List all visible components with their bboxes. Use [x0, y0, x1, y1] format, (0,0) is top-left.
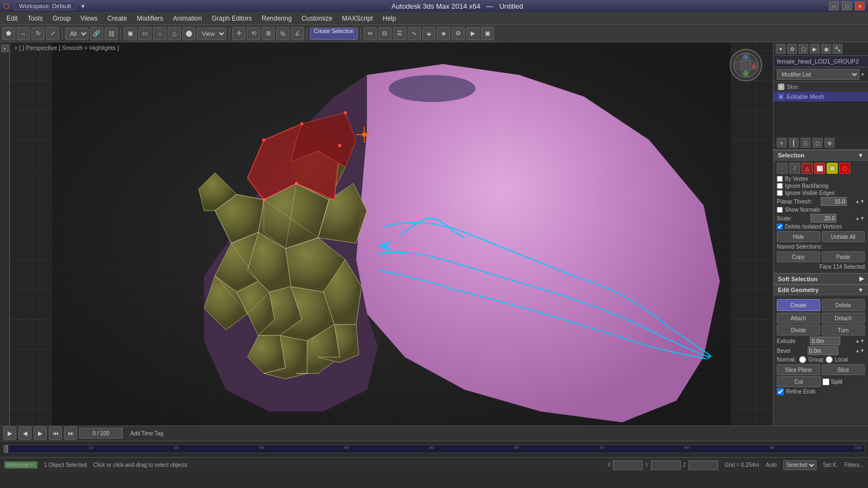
render-frame-btn[interactable]: ▣ — [481, 27, 494, 40]
menu-animation[interactable]: Animation — [169, 14, 206, 23]
mirror-btn[interactable]: ⇔ — [364, 27, 377, 40]
menu-rendering[interactable]: Rendering — [257, 14, 296, 23]
show-normals-checkbox[interactable] — [777, 207, 783, 213]
delete-button[interactable]: Delete — [822, 299, 865, 311]
unlink-btn[interactable]: ⛓ — [105, 27, 118, 40]
extrude-spinner[interactable]: ▲▼ — [855, 338, 865, 344]
menu-modifiers[interactable]: Modifiers — [132, 14, 168, 23]
material-editor-btn[interactable]: ◈ — [437, 27, 450, 40]
menu-tools[interactable]: Tools — [23, 14, 47, 23]
create-button[interactable]: Create — [777, 299, 820, 311]
circle-sel-btn[interactable]: ○ — [153, 27, 166, 40]
create-tab-icon[interactable]: ✦ — [776, 44, 785, 54]
render-region-btn[interactable]: ⬤ — [182, 27, 195, 40]
timeline-position[interactable] — [4, 445, 8, 453]
mod-icon-c[interactable]: ⌺ — [801, 138, 810, 148]
attach-button[interactable]: Attach — [777, 313, 820, 324]
timeline-track[interactable]: 0102030405060708090100 — [3, 445, 865, 453]
navigation-gizmo[interactable]: Y X Z — [730, 49, 762, 81]
minimize-button[interactable]: ─ — [829, 2, 839, 10]
close-button[interactable]: ✕ — [855, 2, 865, 10]
menu-maxscript[interactable]: MAXScript — [338, 14, 377, 23]
detach-button[interactable]: Detach — [822, 313, 865, 324]
split-checkbox[interactable] — [822, 378, 829, 385]
soft-selection-header[interactable]: Soft Selection ▶ — [774, 273, 868, 284]
mod-icon-a[interactable]: ≡ — [777, 138, 787, 148]
rotate-btn[interactable]: ↻ — [31, 27, 45, 40]
y-input[interactable] — [651, 460, 681, 470]
fence-sel-btn[interactable]: △ — [168, 27, 181, 40]
menu-help[interactable]: Help — [378, 14, 401, 23]
extrude-input[interactable] — [810, 337, 840, 345]
uniform-scale-btn[interactable]: ⊞ — [262, 27, 275, 40]
link-btn[interactable]: 🔗 — [90, 27, 103, 40]
refine-ends-checkbox[interactable] — [777, 388, 784, 395]
selection-section-header[interactable]: Selection ▼ — [774, 150, 868, 161]
planar-thresh-input[interactable] — [821, 197, 847, 206]
hide-button[interactable]: Hide — [777, 231, 820, 242]
planar-thresh-spinner[interactable]: ▲▼ — [855, 199, 865, 204]
copy-button[interactable]: Copy — [777, 251, 820, 262]
bevel-spinner[interactable]: ▲▼ — [855, 348, 865, 353]
menu-views[interactable]: Views — [76, 14, 102, 23]
edge-icon[interactable]: / — [789, 163, 800, 174]
select-tool-btn[interactable]: ⬟ — [2, 27, 15, 40]
first-frame-btn[interactable]: ⏮ — [49, 427, 62, 440]
motion-icon[interactable]: ▶ — [810, 44, 820, 54]
face-icon[interactable]: △ — [802, 163, 813, 174]
menu-edit[interactable]: Edit — [2, 14, 22, 23]
paste-button[interactable]: Paste — [822, 251, 865, 262]
modifier-skin[interactable]: S Skin — [774, 82, 868, 92]
viewport-btn[interactable]: ▣ — [124, 27, 137, 40]
polygon-icon[interactable]: ⬜ — [814, 163, 825, 174]
x-input[interactable] — [613, 460, 643, 470]
hierarchy-icon[interactable]: ⬠ — [799, 44, 808, 54]
vertex-icon[interactable]: · — [777, 163, 788, 174]
mod-icon-d[interactable]: ◻ — [813, 138, 822, 148]
create-selection-btn[interactable]: Create Selection — [310, 28, 358, 40]
divide-button[interactable]: Divide — [777, 325, 820, 335]
curve-editor-btn[interactable]: ∿ — [408, 27, 421, 40]
menu-customize[interactable]: Customize — [297, 14, 337, 23]
rect-sel-btn[interactable]: ▭ — [138, 27, 151, 40]
ignore-visible-checkbox[interactable] — [777, 190, 783, 196]
play-btn[interactable]: ▶ — [3, 427, 16, 440]
timeline-bar[interactable]: 0102030405060708090100 — [0, 441, 868, 457]
prev-frame-btn[interactable]: ◀ — [18, 427, 31, 440]
next-frame-btn[interactable]: ▶ — [34, 427, 47, 440]
menu-create[interactable]: Create — [103, 14, 131, 23]
delete-isolated-checkbox[interactable] — [777, 224, 783, 230]
last-frame-btn[interactable]: ⏭ — [64, 427, 77, 440]
group-radio[interactable] — [799, 356, 806, 363]
edit-geometry-header[interactable]: Edit Geometry ▼ — [774, 284, 868, 295]
mode-select[interactable]: Selected — [783, 460, 816, 470]
quick-render-btn[interactable]: ▶ — [466, 27, 479, 40]
display-icon[interactable]: ◉ — [821, 44, 831, 54]
cut-button[interactable]: Cut — [777, 376, 821, 387]
frame-counter[interactable]: 0 / 100 — [79, 428, 123, 439]
mod-icon-b[interactable]: ┃ — [789, 138, 799, 148]
local-radio[interactable] — [826, 356, 833, 363]
workspace-dropdown-icon[interactable]: ▼ — [80, 3, 86, 9]
3d-snap-btn[interactable]: % — [276, 27, 289, 40]
viewport[interactable]: + [ ] Perspective [ Smooth + Highlights … — [10, 42, 773, 426]
slice-button[interactable]: Slice — [822, 364, 865, 375]
maximize-button[interactable]: □ — [842, 2, 852, 10]
bevel-input[interactable] — [808, 346, 838, 355]
mod-icon-e[interactable]: ⊕ — [825, 138, 834, 148]
scale-input[interactable] — [810, 214, 837, 223]
menu-group[interactable]: Group — [48, 14, 75, 23]
align-btn[interactable]: ⊟ — [378, 27, 391, 40]
scale-btn[interactable]: ⤢ — [46, 27, 59, 40]
view-select[interactable]: View — [197, 28, 226, 40]
modifier-editable-mesh[interactable]: E Editable Mesh — [774, 92, 868, 102]
slice-plane-button[interactable]: Slice Plane — [777, 364, 820, 375]
element2-icon[interactable]: ⬠ — [839, 163, 850, 174]
utilities-icon[interactable]: 🔧 — [833, 44, 842, 54]
modify-tab-icon[interactable]: ⚙ — [787, 44, 797, 54]
select-and-rotate-btn[interactable]: ⟲ — [247, 27, 260, 40]
filter-select[interactable]: All — [65, 28, 88, 40]
by-vertex-checkbox[interactable] — [777, 176, 783, 182]
unhide-all-button[interactable]: Unhide All — [822, 231, 865, 242]
move-btn[interactable]: ↔ — [17, 27, 30, 40]
